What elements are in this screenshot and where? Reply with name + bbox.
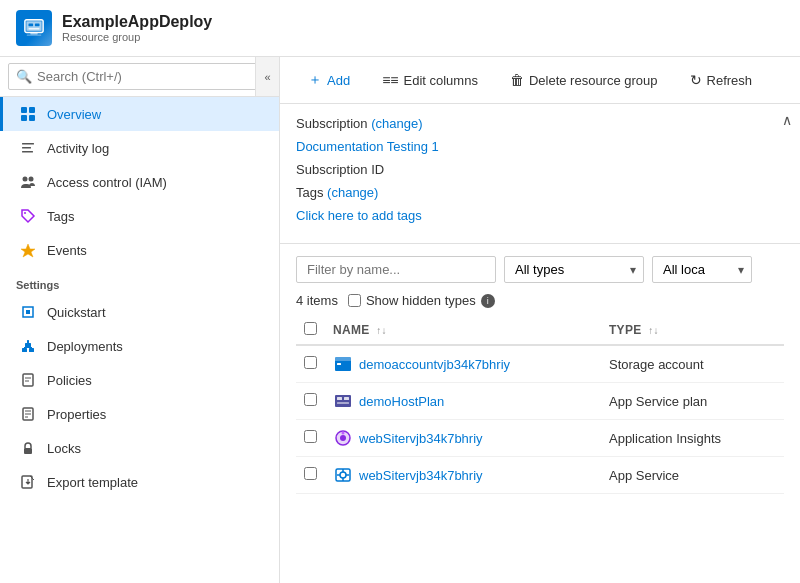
subscription-value-row: Documentation Testing 1: [296, 139, 784, 154]
sidebar-item-deployments[interactable]: Deployments: [0, 329, 279, 363]
search-input[interactable]: [8, 63, 271, 90]
toolbar: ＋ Add ≡≡ Edit columns 🗑 Delete resource …: [280, 57, 800, 104]
collapse-info-button[interactable]: ∧: [782, 112, 792, 128]
delete-resource-group-button[interactable]: 🗑 Delete resource group: [498, 66, 670, 94]
table-row: demoaccountvjb34k7bhriy Storage account: [296, 345, 784, 383]
resource-name-link-1[interactable]: demoHostPlan: [333, 391, 593, 411]
sidebar-nav: Overview Activity log: [0, 97, 279, 583]
app-title: ExampleAppDeploy: [62, 13, 212, 31]
subscription-label: Subscription: [296, 116, 368, 131]
svg-rect-36: [337, 397, 342, 400]
sidebar-item-access-control[interactable]: Access control (IAM): [0, 165, 279, 199]
deployments-icon: [19, 337, 37, 355]
svg-point-15: [29, 177, 34, 182]
resource-name-link-0[interactable]: demoaccountvjb34k7bhriy: [333, 354, 593, 374]
svg-rect-30: [24, 448, 32, 454]
sidebar-item-activity-log[interactable]: Activity log: [0, 131, 279, 165]
svg-rect-2: [29, 23, 34, 26]
name-sort-icon[interactable]: ↑↓: [376, 325, 387, 336]
collapse-sidebar-button[interactable]: «: [255, 57, 279, 96]
row-type-cell-1: App Service plan: [601, 383, 784, 420]
sidebar-item-label: Export template: [47, 475, 138, 490]
sidebar-item-label: Policies: [47, 373, 92, 388]
main-layout: 🔍 « Overview Activity log: [0, 57, 800, 583]
table-row: demoHostPlan App Service plan: [296, 383, 784, 420]
table-row: webSitervjb34k7bhriy Application Insight…: [296, 420, 784, 457]
select-all-checkbox[interactable]: [304, 322, 317, 335]
events-icon: [19, 241, 37, 259]
show-hidden-checkbox-wrap: Show hidden types i: [348, 293, 495, 308]
svg-rect-32: [335, 360, 351, 371]
overview-icon: [19, 105, 37, 123]
add-icon: ＋: [308, 71, 322, 89]
row-checkbox-3[interactable]: [304, 467, 317, 480]
delete-icon: 🗑: [510, 72, 524, 88]
tags-change-link[interactable]: (change): [327, 185, 378, 200]
resource-name-3: webSitervjb34k7bhriy: [359, 468, 483, 483]
svg-rect-6: [27, 34, 42, 35]
activity-icon: [19, 139, 37, 157]
row-checkbox-0[interactable]: [304, 356, 317, 369]
resource-name-0: demoaccountvjb34k7bhriy: [359, 357, 510, 372]
sidebar-item-overview[interactable]: Overview: [0, 97, 279, 131]
table-section: All types All loca 4 items Show hidden t…: [280, 244, 800, 583]
svg-rect-19: [29, 348, 34, 352]
svg-rect-7: [21, 107, 27, 113]
sidebar-item-export-template[interactable]: Export template: [0, 465, 279, 499]
svg-point-43: [340, 472, 346, 478]
resource-name-link-2[interactable]: webSitervjb34k7bhriy: [333, 428, 593, 448]
edit-columns-icon: ≡≡: [382, 72, 398, 88]
resource-icon-2: [333, 428, 353, 448]
tags-add-row: Click here to add tags: [296, 208, 784, 223]
sidebar-search-container: 🔍 «: [0, 57, 279, 97]
sidebar-item-tags[interactable]: Tags: [0, 199, 279, 233]
locks-icon: [19, 439, 37, 457]
svg-rect-5: [30, 33, 37, 35]
row-checkbox-cell-3: [296, 457, 325, 494]
svg-rect-10: [29, 115, 35, 121]
sidebar-item-label: Locks: [47, 441, 81, 456]
svg-rect-8: [29, 107, 35, 113]
row-checkbox-1[interactable]: [304, 393, 317, 406]
show-hidden-info-icon[interactable]: i: [481, 294, 495, 308]
svg-rect-3: [35, 23, 40, 26]
sidebar-item-quickstart[interactable]: Quickstart: [0, 295, 279, 329]
add-button[interactable]: ＋ Add: [296, 65, 362, 95]
svg-marker-17: [21, 244, 35, 257]
row-name-cell-2: webSitervjb34k7bhriy: [325, 420, 601, 457]
row-type-cell-0: Storage account: [601, 345, 784, 383]
sidebar-item-events[interactable]: Events: [0, 233, 279, 267]
row-type-cell-3: App Service: [601, 457, 784, 494]
tags-row: Tags (change): [296, 185, 784, 200]
filter-name-input[interactable]: [296, 256, 496, 283]
svg-point-14: [23, 177, 28, 182]
row-checkbox-2[interactable]: [304, 430, 317, 443]
sidebar-item-policies[interactable]: Policies: [0, 363, 279, 397]
subscription-value-link[interactable]: Documentation Testing 1: [296, 139, 439, 154]
sidebar-item-properties[interactable]: Properties: [0, 397, 279, 431]
resource-name-link-3[interactable]: webSitervjb34k7bhriy: [333, 465, 593, 485]
svg-rect-18: [22, 348, 27, 352]
sidebar-item-label: Properties: [47, 407, 106, 422]
search-icon: 🔍: [16, 69, 32, 84]
sidebar-item-locks[interactable]: Locks: [0, 431, 279, 465]
svg-rect-11: [22, 143, 34, 145]
svg-point-40: [340, 435, 346, 441]
filter-locations-select[interactable]: All loca: [652, 256, 752, 283]
tags-label: Tags: [296, 185, 323, 200]
refresh-button[interactable]: ↻ Refresh: [678, 66, 765, 94]
header-checkbox-cell: [296, 316, 325, 345]
filter-types-select[interactable]: All types: [504, 256, 644, 283]
sidebar-item-label: Overview: [47, 107, 101, 122]
show-hidden-checkbox[interactable]: [348, 294, 361, 307]
sidebar-item-label: Access control (IAM): [47, 175, 167, 190]
top-header: ExampleAppDeploy Resource group: [0, 0, 800, 57]
subscription-change-link[interactable]: (change): [371, 116, 422, 131]
subscription-id-row: Subscription ID: [296, 162, 784, 177]
type-sort-icon[interactable]: ↑↓: [648, 325, 659, 336]
tags-add-link[interactable]: Click here to add tags: [296, 208, 422, 223]
app-title-group: ExampleAppDeploy Resource group: [62, 13, 212, 43]
sidebar-item-label: Quickstart: [47, 305, 106, 320]
edit-columns-button[interactable]: ≡≡ Edit columns: [370, 66, 490, 94]
svg-point-16: [24, 212, 26, 214]
